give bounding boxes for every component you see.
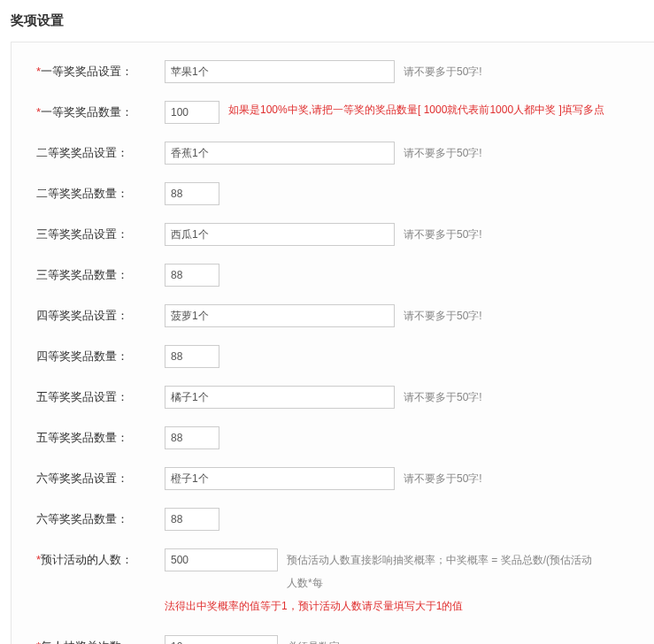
row-p5-name: 五等奖奖品设置： 请不要多于50字! [36,386,654,409]
input-p6-name[interactable] [165,467,395,490]
row-p6-name: 六等奖奖品设置： 请不要多于50字! [36,467,654,490]
row-p2-qty: 二等奖奖品数量： [36,182,654,205]
row-p5-qty: 五等奖奖品数量： [36,426,654,449]
label-p6-name: 六等奖奖品设置： [36,467,165,490]
label-p5-qty: 五等奖奖品数量： [36,426,165,449]
row-p3-name: 三等奖奖品设置： 请不要多于50字! [36,223,654,246]
label-p4-qty: 四等奖奖品数量： [36,345,165,368]
label-p6-qty: 六等奖奖品数量： [36,508,165,531]
row-p3-qty: 三等奖奖品数量： [36,264,654,287]
label-p2-qty: 二等奖奖品数量： [36,182,165,205]
label-p1-name: *一等奖奖品设置： [36,60,165,83]
input-p5-qty[interactable] [165,426,219,449]
row-p4-qty: 四等奖奖品数量： [36,345,654,368]
input-p1-qty[interactable] [165,101,219,124]
section-title: 奖项设置 [11,9,654,42]
hint-p3-name: 请不要多于50字! [404,223,482,246]
input-p2-qty[interactable] [165,182,219,205]
label-p4-name: 四等奖奖品设置： [36,304,165,327]
input-p6-qty[interactable] [165,508,219,531]
input-p3-qty[interactable] [165,264,219,287]
input-p3-name[interactable] [165,223,395,246]
input-p4-name[interactable] [165,304,395,327]
input-p1-name[interactable] [165,60,395,83]
label-p3-name: 三等奖奖品设置： [36,223,165,246]
form-body: *一等奖奖品设置： 请不要多于50字! *一等奖奖品数量： 如果是100%中奖,… [11,42,654,644]
hint-p4-name: 请不要多于50字! [404,304,482,327]
hint-draw-total: 必须是数字 [287,635,340,644]
input-draw-total[interactable] [165,635,278,644]
hint-est-ppl-1: 预估活动人数直接影响抽奖概率；中奖概率 = 奖品总数/(预估活动人数*每 [287,548,598,594]
hint-p1-name: 请不要多于50字! [404,60,482,83]
label-p2-name: 二等奖奖品设置： [36,142,165,165]
label-p3-qty: 三等奖奖品数量： [36,264,165,287]
input-p2-name[interactable] [165,142,395,165]
hint-est-ppl-2: 法得出中奖概率的值等于1，预计活动人数请尽量填写大于1的值 [165,600,463,612]
hint-p5-name: 请不要多于50字! [404,386,482,409]
row-p1-name: *一等奖奖品设置： 请不要多于50字! [36,60,654,83]
input-est-ppl[interactable] [165,548,278,571]
hint-p6-name: 请不要多于50字! [404,467,482,490]
row-est-ppl: *预计活动的人数： 预估活动人数直接影响抽奖概率；中奖概率 = 奖品总数/(预估… [36,548,654,617]
label-p5-name: 五等奖奖品设置： [36,386,165,409]
row-p1-qty: *一等奖奖品数量： 如果是100%中奖,请把一等奖的奖品数量[ 1000就代表前… [36,101,654,124]
row-p4-name: 四等奖奖品设置： 请不要多于50字! [36,304,654,327]
row-draw-total: *每人抽奖总次数： 必须是数字 [36,635,654,644]
input-p4-qty[interactable] [165,345,219,368]
row-p6-qty: 六等奖奖品数量： [36,508,654,531]
hint-p1-qty: 如果是100%中奖,请把一等奖的奖品数量[ 1000就代表前1000人都中奖 ]… [228,101,604,119]
label-draw-total: *每人抽奖总次数： [36,635,165,644]
input-p5-name[interactable] [165,386,395,409]
label-p1-qty: *一等奖奖品数量： [36,101,165,124]
row-p2-name: 二等奖奖品设置： 请不要多于50字! [36,142,654,165]
hint-p2-name: 请不要多于50字! [404,142,482,165]
label-est-ppl: *预计活动的人数： [36,548,165,571]
